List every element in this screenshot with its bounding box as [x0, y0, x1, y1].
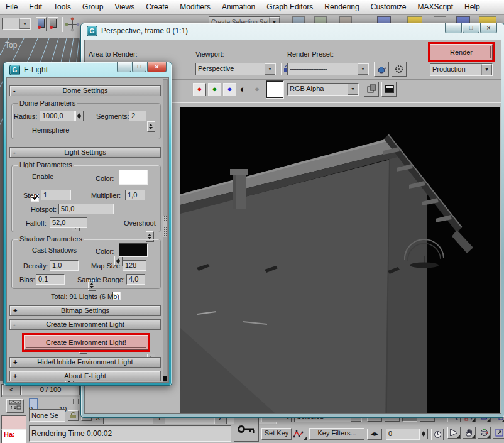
- shadow-color-swatch[interactable]: [119, 243, 148, 257]
- panel-scrollbar-thumb[interactable]: [163, 216, 167, 237]
- render-button[interactable]: Render: [430, 44, 493, 60]
- frame-spinner[interactable]: [420, 429, 428, 439]
- close-icon: ×: [155, 63, 158, 70]
- radius-value: 1000,0: [42, 112, 63, 119]
- red-channel-button[interactable]: ●: [193, 83, 206, 96]
- rollout-dome-settings[interactable]: - Dome Settings: [9, 85, 161, 96]
- key-curve-icon: [293, 429, 304, 439]
- create-environment-light-label: Create Environment Light!: [46, 339, 126, 346]
- menu-item-rendering[interactable]: Rendering: [319, 0, 364, 13]
- chevron-down-icon[interactable]: ▼: [265, 63, 275, 75]
- viewport-dropdown[interactable]: Perspective ▼: [195, 63, 276, 75]
- set-key-button[interactable]: Set Key: [261, 428, 292, 440]
- macro-recorder-pane[interactable]: [1, 415, 26, 430]
- elight-minimize-button[interactable]: —: [117, 62, 131, 72]
- selection-lock-toggle[interactable]: [68, 410, 79, 421]
- app-logo-icon: G: [87, 26, 97, 36]
- rollout-light-settings[interactable]: - Light Settings: [9, 147, 161, 158]
- elight-title: E-Light: [24, 65, 48, 74]
- arc-rotate-button[interactable]: [478, 427, 491, 439]
- elight-dialog[interactable]: G E-Light — □ × - Dome Settings Dome Par…: [3, 62, 172, 386]
- falloff-field[interactable]: 52,0: [50, 217, 87, 228]
- render-settings-button[interactable]: [392, 62, 407, 77]
- chevron-down-icon[interactable]: ▼: [19, 18, 30, 29]
- elight-window-buttons: — □ ×: [116, 62, 167, 72]
- production-dropdown[interactable]: Production ▼: [430, 63, 493, 76]
- green-channel-button[interactable]: ●: [208, 83, 221, 96]
- menu-item-customize[interactable]: Customize: [365, 0, 412, 13]
- key-filters-button[interactable]: Key Filters...: [309, 428, 364, 440]
- menu-item-tools[interactable]: Tools: [48, 0, 77, 13]
- pan-button[interactable]: [463, 427, 476, 439]
- radius-field[interactable]: 1000,0: [40, 111, 75, 121]
- time-slider-thumb[interactable]: 0 / 100: [21, 385, 80, 395]
- menu-item-file[interactable]: File: [0, 0, 23, 13]
- viewport-label[interactable]: Top: [5, 41, 17, 50]
- maximize-button[interactable]: □: [463, 23, 479, 33]
- maximize-icon: □: [138, 63, 141, 70]
- radius-spinner[interactable]: [75, 111, 84, 121]
- mini-curve-editor-button[interactable]: [6, 399, 24, 413]
- clone-window-button[interactable]: [364, 82, 379, 97]
- multiplier-field[interactable]: 1,0: [125, 190, 145, 200]
- chevron-down-icon[interactable]: ▼: [358, 63, 368, 75]
- sample-range-field[interactable]: 4,0: [126, 274, 145, 285]
- menu-item-graph-editors[interactable]: Graph Editors: [261, 0, 319, 13]
- time-configuration-button[interactable]: [431, 429, 444, 440]
- save-preset-button[interactable]: [374, 62, 389, 77]
- elight-close-button[interactable]: ×: [147, 62, 167, 72]
- link-button[interactable]: [36, 17, 47, 31]
- maximize-viewport-toggle[interactable]: [493, 427, 504, 439]
- close-button[interactable]: ×: [480, 23, 497, 33]
- bias-field[interactable]: 0,1: [36, 274, 65, 285]
- field-of-view-button[interactable]: [447, 427, 461, 439]
- create-environment-light-button[interactable]: Create Environment Light!: [24, 335, 148, 350]
- rollout-bitmap-settings[interactable]: + Bitmap Settings: [9, 305, 161, 316]
- menu-item-help[interactable]: Help: [459, 0, 486, 13]
- hemisphere-label: Hemisphere: [32, 126, 69, 134]
- step-field[interactable]: 1: [41, 190, 71, 200]
- channel-display-dropdown[interactable]: RGB Alpha ▼: [287, 83, 359, 96]
- panel-scrollbar[interactable]: [163, 79, 168, 382]
- new-key-settings-button[interactable]: [293, 429, 307, 440]
- clear-color-swatch[interactable]: [266, 80, 284, 99]
- rollout-create-environment-light[interactable]: - Create Environment Light: [9, 319, 161, 330]
- hotspot-field[interactable]: 50,0: [58, 204, 114, 214]
- render-preset-dropdown[interactable]: ---------------------- ▼: [287, 63, 369, 75]
- map-size-field[interactable]: 128: [123, 260, 146, 271]
- chevron-down-icon[interactable]: ▼: [481, 64, 492, 75]
- menu-item-modifiers[interactable]: Modifiers: [174, 0, 216, 13]
- listener-pane[interactable]: Ha:: [1, 430, 26, 443]
- display-mode-button[interactable]: [381, 82, 397, 97]
- menu-item-animation[interactable]: Animation: [216, 0, 261, 13]
- render-window-titlebar[interactable]: G Perspective, frame 0 (1:1): [81, 23, 504, 38]
- menu-item-create[interactable]: Create: [140, 0, 174, 13]
- current-frame-field[interactable]: 0: [386, 429, 420, 440]
- set-key-mode-button[interactable]: [234, 417, 259, 442]
- monochrome-toggle[interactable]: ◐: [240, 83, 246, 96]
- time-slider[interactable]: < 0 / 100: [1, 384, 82, 397]
- density-field[interactable]: 1,0: [50, 260, 79, 271]
- minimize-button[interactable]: —: [445, 23, 462, 33]
- segments-spinner[interactable]: [147, 121, 155, 132]
- unlink-button[interactable]: [48, 17, 58, 31]
- menu-item-group[interactable]: Group: [77, 0, 109, 13]
- toolbar-filter-combo[interactable]: ▼: [2, 18, 31, 30]
- elight-maximize-button[interactable]: □: [132, 62, 146, 72]
- menu-item-views[interactable]: Views: [109, 0, 140, 13]
- blue-channel-button[interactable]: ●: [223, 83, 236, 96]
- key-mode-toggle[interactable]: ◀▶: [367, 429, 382, 440]
- mono-circle-icon: ◐: [240, 84, 246, 94]
- hotspot-value: 50,0: [61, 205, 74, 212]
- chevron-down-icon[interactable]: ▼: [348, 84, 358, 95]
- rollout-about-elight[interactable]: + About E-Light: [9, 371, 161, 381]
- segments-value: 2: [131, 112, 135, 119]
- rollout-hide-unhide[interactable]: + Hide/Unhide Environment Light: [9, 357, 161, 368]
- select-and-manipulate-icon[interactable]: [65, 17, 80, 33]
- time-slider-prev-button[interactable]: <: [2, 385, 21, 395]
- light-color-swatch[interactable]: [119, 170, 148, 185]
- alpha-channel-toggle[interactable]: ●: [255, 83, 260, 96]
- menu-item-maxscript[interactable]: MAXScript: [412, 0, 459, 13]
- segments-field[interactable]: 2: [129, 111, 146, 121]
- menu-item-edit[interactable]: Edit: [23, 0, 48, 13]
